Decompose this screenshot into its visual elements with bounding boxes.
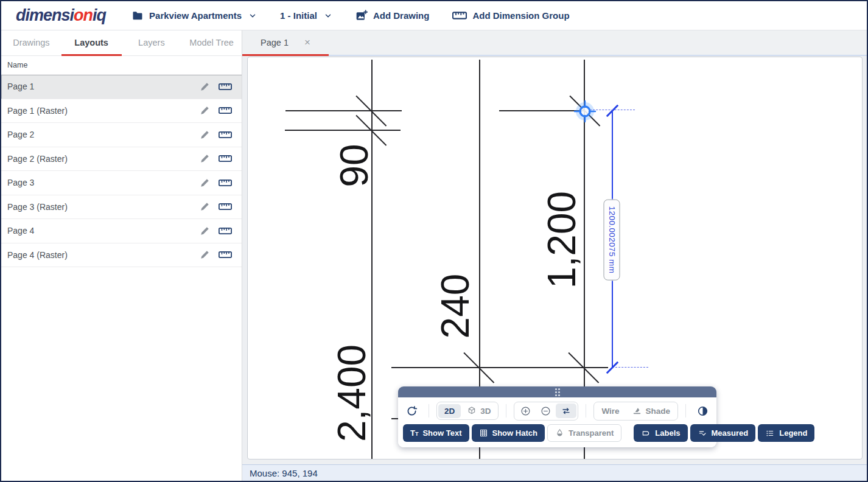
edit-pencil-icon[interactable] bbox=[200, 82, 210, 92]
dimension-line bbox=[391, 367, 608, 368]
ruler-icon[interactable] bbox=[219, 250, 232, 259]
tab-drawings[interactable]: Drawings bbox=[1, 30, 61, 56]
add-dimension-group-label: Add Dimension Group bbox=[472, 10, 569, 21]
wire-button[interactable]: Wire bbox=[595, 404, 625, 418]
label-tag-icon bbox=[641, 429, 651, 438]
dimension-label-90: 90 bbox=[332, 144, 377, 187]
edit-pencil-icon[interactable] bbox=[200, 105, 210, 116]
plus-circle-icon bbox=[520, 406, 531, 416]
layout-row-label: Page 3 bbox=[7, 178, 200, 187]
layout-row-page-3[interactable]: Page 3 bbox=[1, 171, 242, 195]
contrast-button[interactable] bbox=[693, 402, 712, 420]
layout-row-label: Page 3 (Raster) bbox=[7, 202, 200, 212]
drag-grip-icon bbox=[555, 388, 560, 396]
edit-pencil-icon[interactable] bbox=[200, 250, 210, 260]
edit-pencil-icon[interactable] bbox=[200, 153, 210, 164]
layout-row-page-4-raster[interactable]: Page 4 (Raster) bbox=[1, 243, 242, 268]
app-window: dimensioniq Parkview Apartments 1 - Init… bbox=[0, 0, 868, 482]
legend-list-icon bbox=[765, 429, 775, 438]
legend-button[interactable]: Legend bbox=[758, 424, 814, 442]
tab-layouts[interactable]: Layouts bbox=[61, 30, 122, 56]
app-body: Drawings Layouts Layers Model Tree Name … bbox=[1, 30, 867, 481]
folder-icon bbox=[131, 10, 144, 22]
ruler-icon[interactable] bbox=[219, 130, 232, 139]
show-text-icon: TT bbox=[410, 429, 418, 437]
toolbar-body: 2D 3D bbox=[398, 397, 716, 447]
layout-row-label: Page 4 bbox=[7, 226, 200, 236]
labels-button[interactable]: Labels bbox=[634, 424, 687, 442]
add-drawing-button[interactable]: Add Drawing bbox=[355, 10, 430, 22]
hatch-grid-icon bbox=[479, 428, 488, 438]
transparent-button[interactable]: Transparent bbox=[547, 424, 621, 442]
zoom-in-button[interactable] bbox=[516, 403, 536, 419]
mouse-coordinates: Mouse: 945, 194 bbox=[250, 468, 318, 478]
view-3d-button[interactable]: 3D bbox=[461, 403, 497, 418]
add-drawing-label: Add Drawing bbox=[373, 10, 430, 21]
measurement-extension-dash bbox=[615, 367, 648, 368]
view-mode-group: 2D 3D bbox=[436, 402, 499, 420]
measured-label: Measured bbox=[712, 428, 749, 438]
render-mode-group: Wire Shade bbox=[593, 402, 678, 421]
add-dimension-group-button[interactable]: Add Dimension Group bbox=[452, 10, 569, 21]
ruler-icon[interactable] bbox=[219, 154, 232, 163]
dimension-label-1200: 1,200 bbox=[539, 191, 584, 288]
canvas-wrap: 90 240 1,200 2,400 1200.002075 mm bbox=[242, 56, 867, 464]
close-icon[interactable]: × bbox=[304, 37, 310, 47]
zoom-out-button[interactable] bbox=[536, 403, 556, 419]
edit-pencil-icon[interactable] bbox=[200, 178, 210, 188]
logo-part-1: dimensi bbox=[16, 6, 74, 24]
ruler-icon[interactable] bbox=[219, 106, 232, 115]
edit-pencil-icon[interactable] bbox=[200, 130, 210, 140]
layout-row-page-2[interactable]: Page 2 bbox=[1, 123, 242, 147]
document-tab-page-1[interactable]: Page 1 × bbox=[242, 30, 329, 56]
layout-row-page-4[interactable]: Page 4 bbox=[1, 219, 242, 243]
toolbar-divider bbox=[506, 404, 506, 417]
ruler-icon[interactable] bbox=[219, 178, 232, 187]
toolbar-drag-handle[interactable] bbox=[398, 386, 716, 397]
fit-swap-button[interactable] bbox=[556, 403, 576, 418]
dimension-line bbox=[285, 110, 402, 111]
layout-row-page-3-raster[interactable]: Page 3 (Raster) bbox=[1, 195, 242, 220]
toolbar-divider bbox=[685, 404, 686, 417]
rotate-icon bbox=[406, 405, 418, 417]
ruler-icon[interactable] bbox=[219, 82, 232, 91]
main-panel: Page 1 × bbox=[242, 30, 867, 481]
snap-crosshair-icon bbox=[572, 98, 598, 125]
layout-row-label: Page 4 (Raster) bbox=[7, 250, 200, 260]
drawing-canvas[interactable]: 90 240 1,200 2,400 1200.002075 mm bbox=[247, 57, 863, 459]
document-tabbar: Page 1 × bbox=[242, 30, 867, 56]
rotate-button[interactable] bbox=[403, 402, 421, 420]
edit-pencil-icon[interactable] bbox=[200, 201, 210, 212]
measured-button[interactable]: Measured bbox=[690, 424, 756, 442]
ruler-icon[interactable] bbox=[219, 226, 232, 236]
view-3d-label: 3D bbox=[480, 407, 491, 416]
layout-row-page-1-raster[interactable]: Page 1 (Raster) bbox=[1, 99, 242, 124]
tab-model-tree[interactable]: Model Tree bbox=[181, 30, 242, 56]
minus-circle-icon bbox=[541, 406, 551, 416]
layout-row-label: Page 2 bbox=[7, 130, 200, 139]
layout-row-page-2-raster[interactable]: Page 2 (Raster) bbox=[1, 147, 242, 172]
version-selector[interactable]: 1 - Initial bbox=[280, 10, 332, 21]
shade-button[interactable]: Shade bbox=[626, 403, 677, 419]
logo-part-3: iq bbox=[93, 6, 106, 24]
legend-label: Legend bbox=[779, 428, 807, 438]
chevron-down-icon bbox=[248, 12, 257, 20]
show-text-button[interactable]: TT Show Text bbox=[403, 424, 469, 442]
zoom-group bbox=[514, 402, 578, 421]
contrast-icon bbox=[697, 405, 709, 417]
edit-pencil-icon[interactable] bbox=[200, 226, 210, 236]
project-selector[interactable]: Parkview Apartments bbox=[131, 10, 257, 22]
dimension-label-2400: 2,400 bbox=[329, 344, 374, 442]
layout-row-page-1[interactable]: Page 1 bbox=[1, 75, 242, 99]
dimension-line bbox=[285, 130, 401, 131]
app-logo: dimensioniq bbox=[16, 6, 106, 25]
view-2d-button[interactable]: 2D bbox=[438, 404, 461, 418]
tab-layers[interactable]: Layers bbox=[122, 30, 182, 56]
viewer-toolbar: 2D 3D bbox=[398, 386, 716, 447]
toolbar-divider bbox=[429, 404, 429, 417]
layout-row-label: Page 2 (Raster) bbox=[7, 154, 200, 164]
ruler-icon[interactable] bbox=[219, 202, 232, 211]
app-header: dimensioniq Parkview Apartments 1 - Init… bbox=[1, 1, 867, 30]
measurement-value-tooltip: 1200.002075 mm bbox=[604, 200, 620, 281]
show-hatch-button[interactable]: Show Hatch bbox=[472, 424, 545, 442]
